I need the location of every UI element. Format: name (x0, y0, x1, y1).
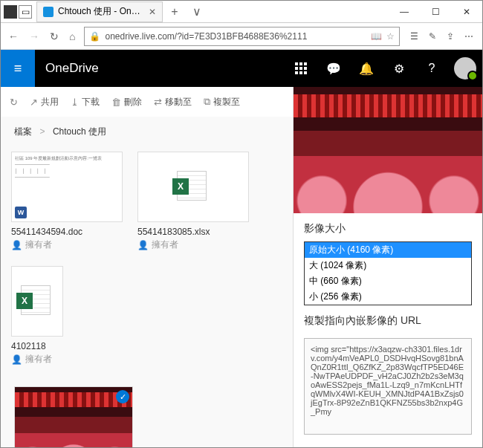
image-size-label: 影像大小 (294, 213, 482, 241)
window-maximize-button[interactable]: ☐ (420, 1, 451, 23)
file-owner: 👤擁有者 (11, 353, 63, 366)
settings-gear-icon[interactable]: ⚙ (383, 50, 415, 87)
notes-icon[interactable]: ✎ (429, 31, 436, 42)
user-avatar[interactable] (454, 57, 476, 79)
breadcrumb-current: Chtouch 使用 (53, 126, 106, 137)
new-tab-button[interactable]: + (164, 5, 185, 19)
delete-button[interactable]: 🗑刪除 (111, 96, 142, 108)
selected-check-icon[interactable]: ✓ (116, 390, 129, 403)
chat-icon[interactable]: 💬 (317, 50, 350, 87)
photo-thumbnail (15, 387, 132, 448)
app-icon (4, 5, 17, 19)
size-option[interactable]: 原始大小 (4160 像素) (305, 242, 471, 258)
download-button[interactable]: ⤓下載 (71, 96, 100, 108)
photo-preview (294, 87, 482, 213)
file-item[interactable]: 社區 109 年度最新規劃活動示意內容:一覽表───────────│ │ │ … (11, 152, 123, 251)
onedrive-header: ≡ OneDrive 💬 🔔 ⚙ ? (1, 50, 482, 87)
help-icon[interactable]: ? (415, 50, 448, 87)
size-option[interactable]: 大 (1024 像素) (305, 258, 471, 273)
taskview-icon[interactable]: ▭ (19, 5, 32, 19)
share-button[interactable]: ↗共用 (30, 96, 59, 108)
hub-icon[interactable]: ☰ (410, 31, 418, 42)
back-button[interactable]: ← (7, 29, 20, 44)
onedrive-favicon (43, 7, 54, 17)
breadcrumb-sep: > (39, 126, 45, 137)
open-button[interactable]: ↻ (10, 97, 18, 108)
notifications-icon[interactable]: 🔔 (350, 50, 383, 87)
file-name: 4102118 (11, 341, 63, 351)
copy-button[interactable]: ⧉複製至 (204, 96, 240, 108)
file-item[interactable]: 4102118 👤擁有者 (11, 266, 63, 366)
window-titlebar: ▭ Chtouch 使用 - OneDriv ✕ + ∨ — ☐ ✕ (1, 1, 482, 23)
details-pane: 影像大小 原始大小 (4160 像素) 大 (1024 像素) 中 (660 像… (293, 87, 482, 447)
share-icon[interactable]: ⇪ (447, 31, 454, 42)
file-owner: 👤擁有者 (137, 238, 249, 251)
file-owner: 👤擁有者 (11, 238, 123, 251)
onedrive-logo[interactable]: OneDrive (35, 61, 99, 76)
forward-button: → (27, 29, 41, 44)
size-option[interactable]: 中 (660 像素) (305, 273, 471, 289)
home-button[interactable]: ⌂ (68, 29, 77, 44)
breadcrumb: 檔案 > Chtouch 使用 (1, 117, 293, 146)
refresh-button[interactable]: ↻ (48, 29, 60, 44)
breadcrumb-root[interactable]: 檔案 (14, 126, 32, 137)
waffle-icon[interactable] (285, 50, 317, 87)
url-input[interactable] (105, 31, 366, 42)
selected-photo-item[interactable]: ✓ (14, 386, 133, 448)
address-bar[interactable]: 🔒 📖 ☆ (84, 27, 400, 46)
word-badge-icon: W (15, 207, 27, 218)
command-bar: ↻ ↗共用 ⤓下載 🗑刪除 ⇄移動至 ⧉複製至 (1, 87, 293, 117)
image-size-select[interactable]: 原始大小 (4160 像素) 大 (1024 像素) 中 (660 像素) 小 … (304, 241, 472, 305)
file-list-pane: ↻ ↗共用 ⤓下載 🗑刪除 ⇄移動至 ⧉複製至 檔案 > Chtouch 使用 … (1, 87, 293, 447)
size-option[interactable]: 小 (256 像素) (305, 289, 471, 305)
file-name: 55414183085.xlsx (137, 227, 249, 237)
favorite-star-icon[interactable]: ☆ (386, 31, 395, 42)
tab-overflow-button[interactable]: ∨ (187, 4, 207, 19)
excel-thumbnail (177, 171, 210, 204)
embed-code-box[interactable]: <img src="https://x3aqzw-ch3301.files.1d… (304, 338, 472, 435)
more-icon[interactable]: ⋯ (464, 31, 473, 42)
window-minimize-button[interactable]: — (389, 1, 420, 23)
browser-toolbar: ← → ↻ ⌂ 🔒 📖 ☆ ☰ ✎ ⇪ ⋯ (1, 23, 482, 50)
embed-url-label: 複製指向內嵌影像的 URL (294, 305, 482, 334)
window-close-button[interactable]: ✕ (451, 1, 482, 23)
move-button[interactable]: ⇄移動至 (154, 96, 192, 108)
tab-close-icon[interactable]: ✕ (149, 7, 156, 17)
app-launcher-button[interactable]: ≡ (1, 50, 35, 87)
excel-thumbnail (21, 285, 54, 318)
tab-title: Chtouch 使用 - OneDriv (58, 5, 144, 18)
doc-thumbnail: 社區 109 年度最新規劃活動示意內容:一覽表───────────│ │ │ … (12, 152, 122, 221)
reading-mode-icon[interactable]: 📖 (371, 31, 382, 42)
browser-tab[interactable]: Chtouch 使用 - OneDriv ✕ (36, 1, 163, 22)
file-item[interactable]: 55414183085.xlsx 👤擁有者 (137, 152, 249, 251)
file-name: 55411434594.doc (11, 227, 123, 237)
lock-icon: 🔒 (89, 31, 100, 42)
